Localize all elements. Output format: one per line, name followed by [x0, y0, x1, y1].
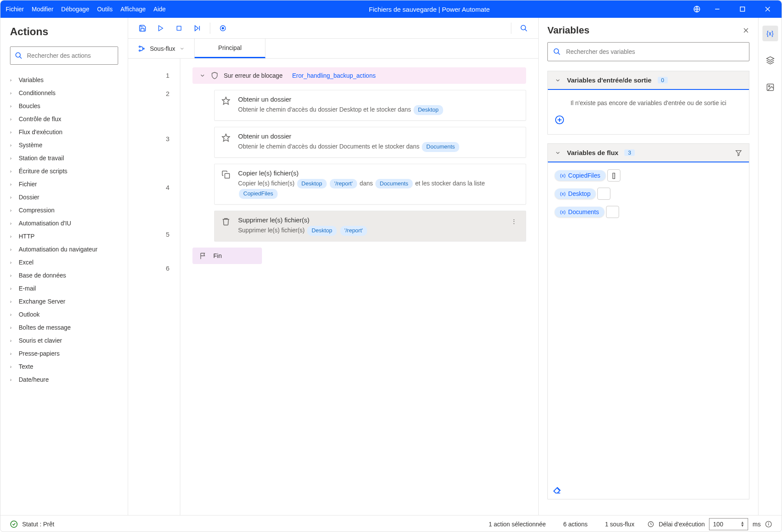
run-button[interactable] [153, 21, 168, 36]
io-count-badge: 0 [658, 77, 668, 83]
save-button[interactable] [135, 21, 150, 36]
record-button[interactable] [215, 21, 230, 36]
svg-point-12 [222, 27, 224, 29]
menu-aide[interactable]: Aide [153, 6, 166, 13]
action-title: Supprimer le(s) fichier(s) [238, 216, 502, 224]
action-category[interactable]: ›Excel [5, 256, 123, 269]
rail-images-button[interactable] [762, 79, 778, 95]
flow-variable-row[interactable]: (x)Desktop [555, 188, 742, 200]
action-category[interactable]: ›Variables [5, 73, 123, 86]
variables-header: Variables [547, 25, 590, 36]
action-category[interactable]: ›Base de données [5, 269, 123, 282]
more-icon[interactable]: ⋮ [509, 216, 519, 236]
action-category[interactable]: ›Fichier [5, 178, 123, 191]
variables-search-input[interactable] [566, 48, 744, 55]
block-end[interactable]: Fin [192, 248, 262, 264]
chevron-right-icon: › [10, 208, 14, 213]
tab-main[interactable]: Principal [195, 39, 265, 58]
action-category[interactable]: ›Date/heure [5, 373, 123, 386]
action-category[interactable]: ›Station de travail [5, 152, 123, 165]
svg-point-37 [769, 522, 769, 523]
svg-point-15 [139, 46, 140, 47]
flow-variables-header[interactable]: Variables de flux 3 [548, 144, 749, 162]
chevron-right-icon: › [10, 260, 14, 265]
toolbar [128, 18, 538, 39]
chevron-down-icon [555, 77, 561, 83]
action-category[interactable]: ›Texte [5, 360, 123, 373]
line-number: 5 [128, 226, 180, 260]
search-flow-button[interactable] [517, 21, 531, 36]
status-subflows: 1 sous-flux [605, 521, 634, 528]
star-icon [222, 96, 231, 115]
menu-affichage[interactable]: Affichage [120, 6, 146, 13]
spinner-icons[interactable]: ▲▼ [740, 521, 744, 527]
svg-rect-2 [740, 7, 745, 11]
block-on-error[interactable]: Sur erreur de blocage Eror_handling_back… [192, 67, 526, 84]
action-card[interactable]: Supprimer le(s) fichier(s)Supprimer le(s… [214, 211, 526, 241]
action-category[interactable]: ›Flux d'exécution [5, 126, 123, 139]
action-category[interactable]: ›Outlook [5, 308, 123, 321]
rail-layers-button[interactable] [762, 53, 778, 68]
action-category[interactable]: ›Boîtes de message [5, 321, 123, 334]
menu-débogage[interactable]: Débogage [61, 6, 89, 13]
erase-button[interactable] [548, 481, 749, 499]
close-button[interactable] [759, 3, 776, 16]
status-actions: 6 actions [563, 521, 587, 528]
line-number: 4 [128, 179, 180, 226]
info-icon[interactable] [765, 521, 772, 528]
flow-variable-row[interactable]: (x)CopiedFiles[] [555, 169, 742, 182]
action-category[interactable]: ›Système [5, 139, 123, 152]
action-category[interactable]: ›Dossier [5, 191, 123, 204]
chevron-right-icon: › [10, 90, 14, 96]
menu-modifier[interactable]: Modifier [32, 6, 53, 13]
action-category[interactable]: ›Presse-papiers [5, 347, 123, 360]
filter-icon[interactable] [735, 149, 742, 156]
menu-outils[interactable]: Outils [97, 6, 113, 13]
subflows-dropdown[interactable]: Sous-flux [128, 39, 195, 58]
io-empty-message: Il n'existe pas encore de variables d'en… [555, 99, 742, 106]
chevron-right-icon: › [10, 247, 14, 252]
svg-line-6 [20, 56, 22, 59]
globe-icon[interactable] [693, 5, 701, 13]
action-category[interactable]: ›Compression [5, 204, 123, 217]
variable-chip: Documents [422, 142, 459, 152]
check-circle-icon [10, 520, 18, 528]
block-link[interactable]: Eror_handling_backup_actions [292, 72, 375, 79]
actions-search[interactable] [10, 46, 118, 65]
delay-input[interactable]: 100 ▲▼ [709, 518, 748, 530]
chevron-right-icon: › [10, 325, 14, 330]
variables-search[interactable] [547, 42, 749, 61]
delay-label: Délai d'exécution [659, 521, 705, 528]
line-gutter: 123456 [128, 59, 180, 515]
action-category[interactable]: ›HTTP [5, 230, 123, 243]
rail-variables-button[interactable]: {x} [762, 26, 778, 41]
chevron-right-icon: › [10, 364, 14, 369]
action-category[interactable]: ›Automatisation d'IU [5, 217, 123, 230]
action-category[interactable]: ›Souris et clavier [5, 334, 123, 347]
stop-button[interactable] [172, 21, 186, 36]
action-category[interactable]: ›Automatisation du navigateur [5, 243, 123, 256]
status-selected: 1 action sélectionnée [489, 521, 546, 528]
close-variables-button[interactable] [742, 27, 749, 34]
action-category[interactable]: ›E-mail [5, 282, 123, 295]
line-number: 2 [128, 86, 180, 131]
actions-search-input[interactable] [27, 52, 113, 59]
io-variables-header[interactable]: Variables d'entrée/de sortie 0 [548, 71, 749, 90]
action-card[interactable]: Obtenir un dossierObtenir le chemin d'ac… [214, 90, 526, 121]
minimize-button[interactable] [709, 3, 726, 16]
menu-fichier[interactable]: Fichier [6, 6, 24, 13]
action-category[interactable]: ›Écriture de scripts [5, 165, 123, 178]
action-category[interactable]: ›Contrôle de flux [5, 112, 123, 126]
action-card[interactable]: Copier le(s) fichier(s)Copier le(s) fich… [214, 164, 526, 205]
chevron-right-icon: › [10, 273, 14, 278]
action-category[interactable]: ›Boucles [5, 99, 123, 112]
flow-variable-row[interactable]: (x)Documents [555, 206, 742, 218]
add-io-variable-button[interactable] [555, 115, 742, 125]
action-category[interactable]: ›Conditionnels [5, 86, 123, 99]
chevron-right-icon: › [10, 221, 14, 226]
action-title: Copier le(s) fichier(s) [238, 169, 519, 177]
maximize-button[interactable] [734, 3, 751, 16]
action-card[interactable]: Obtenir un dossierObtenir le chemin d'ac… [214, 127, 526, 158]
step-button[interactable] [190, 21, 205, 36]
action-category[interactable]: ›Exchange Server [5, 295, 123, 308]
